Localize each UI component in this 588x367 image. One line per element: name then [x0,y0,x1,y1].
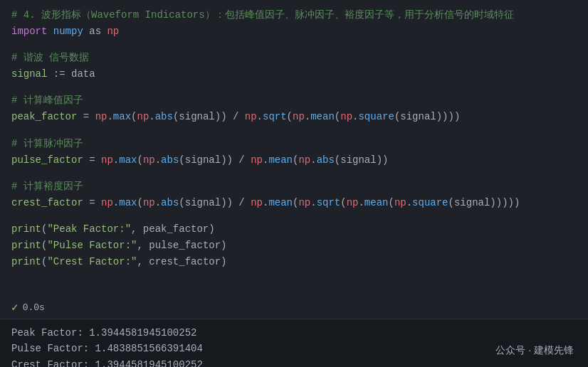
sig2: signal [400,109,436,125]
max2: max [119,152,137,169]
import-line: import numpy as np [11,23,577,40]
p11: ( [293,152,298,169]
dot15: . [406,195,412,211]
p18: ( [340,195,346,211]
p21: ))))) [490,195,520,211]
max3: max [119,195,137,211]
mean4: mean [364,195,389,211]
np3: np [245,109,257,125]
p14: ( [137,195,142,211]
p10: )) / [221,152,251,169]
abs4: abs [161,195,179,211]
mean2: mean [268,152,293,169]
dot10: . [113,195,119,211]
np11: np [143,195,155,211]
p12: ( [335,152,340,169]
code-editor: # 4. 波形指标（Waveform Indicators）：包括峰值因子、脉冲… [0,0,588,299]
peak-factor-line: peak_factor = np.max(np.abs(signal)) / n… [11,109,577,125]
pp6: ) [221,254,226,270]
watermark: 公众号 · 建模先锋 [495,344,574,357]
p19: ( [388,195,394,211]
status-time: 0.0s [23,302,45,313]
sig1: signal [179,109,214,125]
dot7: . [155,152,161,169]
mean3: mean [268,195,293,211]
p8: ( [137,152,142,169]
np15: np [394,195,406,211]
str-pulse: "Pulse Factor:" [47,238,137,254]
np5: np [340,109,352,125]
pp4: ) [221,238,226,254]
p6: ( [394,109,400,125]
comment-crest-text: # 计算裕度因子 [11,179,83,195]
pf-var2: pulse_factor [149,238,221,254]
pp1: ( [41,221,47,238]
output-line-2: Pulse Factor: 1.4838851566391404 [11,341,577,356]
np14: np [347,195,359,211]
peak-factor-var: peak_factor [11,109,77,125]
dot12: . [263,195,268,211]
comma1: , [131,221,143,238]
output-line-3: Crest Factor: 1.3944581945100252 [11,357,577,367]
p16: )) / [221,195,251,211]
sqrt1: sqrt [263,109,287,125]
dot6: . [113,152,119,169]
np1: np [95,109,107,125]
comment-peak: # 计算峰值因子 [11,92,577,109]
sig6: signal [454,195,490,211]
dot4: . [305,109,310,125]
p20: ( [448,195,454,211]
np9: np [298,152,310,169]
print-kw1: print [11,221,41,238]
pulse-factor-var: pulse_factor [11,152,83,169]
np8: np [251,152,263,169]
as-word: as [83,23,107,40]
p13: )) [377,152,389,169]
print-kw3: print [11,254,41,270]
p1: ( [131,109,137,125]
alias-np: np [107,23,119,40]
signal-assign-line: signal := data [11,66,577,83]
np2: np [137,109,149,125]
comma3: , [137,254,149,270]
data-var: data [71,66,95,83]
comment-pulse: # 计算脉冲因子 [11,136,577,152]
np12: np [251,195,263,211]
p3: )) / [215,109,245,125]
eq1: = [77,109,95,125]
dot1: . [107,109,112,125]
comma2: , [137,238,149,254]
comment-pulse-text: # 计算脉冲因子 [11,136,83,152]
abs2: abs [161,152,179,169]
page-wrapper: # 4. 波形指标（Waveform Indicators）：包括峰值因子、脉冲… [0,0,588,367]
comment-signal: # 谐波 信号数据 [11,50,577,66]
dot11: . [155,195,161,211]
module-numpy: numpy [53,23,83,40]
np13: np [298,195,310,211]
output-area: Peak Factor: 1.3944581945100252 Pulse Fa… [0,319,588,367]
np10: np [101,195,113,211]
print-kw2: print [11,238,41,254]
header-comment: # 4. 波形指标（Waveform Indicators）：包括峰值因子、脉冲… [11,7,514,23]
eq3: = [83,195,101,211]
dot3: . [257,109,263,125]
abs3: abs [317,152,335,169]
dot14: . [358,195,364,211]
sig5: signal [185,195,221,211]
eq2: = [83,152,101,169]
p17: ( [293,195,298,211]
comment-crest: # 计算裕度因子 [11,179,577,195]
comment-signal-text: # 谐波 信号数据 [11,50,89,66]
str-crest: "Crest Factor:" [47,254,137,270]
np7: np [143,152,155,169]
square1: square [358,109,394,125]
print-peak-line: print("Peak Factor:", peak_factor) [11,221,577,238]
p15: ( [179,195,184,211]
import-keyword: import [11,23,53,40]
pulse-factor-line: pulse_factor = np.max(np.abs(signal)) / … [11,152,577,169]
sig4: signal [340,152,376,169]
print-pulse-line: print("Pulse Factor:", pulse_factor) [11,238,577,254]
header-comment-line: # 4. 波形指标（Waveform Indicators）：包括峰值因子、脉冲… [11,7,577,23]
p2: ( [173,109,179,125]
pp3: ( [41,238,47,254]
